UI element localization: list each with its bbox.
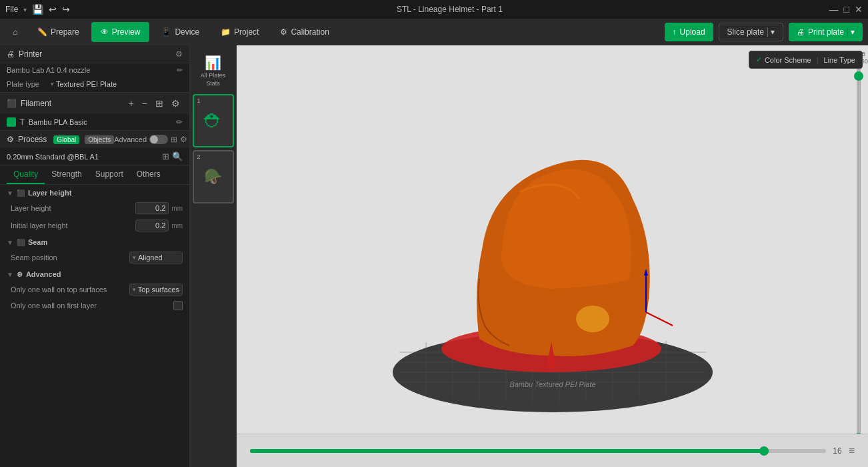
layer-count: 16 [833,446,841,456]
printer-label: Printer [19,49,42,59]
project-tab[interactable]: 📁 Project [211,22,268,42]
redo-icon[interactable]: ↪ [62,4,70,15]
close-button[interactable]: ✕ [855,4,863,15]
progress-fill [250,449,769,453]
thumbnail-2[interactable]: 2 🪖 [193,150,234,203]
one-wall-first-checkbox[interactable] [173,301,183,310]
nav-right: ↑ Upload Slice plate ▾ 🖨 Print plate ▾ [665,23,863,41]
minimize-button[interactable]: — [829,4,839,15]
slider-handle-top[interactable] [854,71,863,81]
tab-strength[interactable]: Strength [45,165,88,184]
print-button[interactable]: 🖨 Print plate ▾ [789,23,863,41]
advanced-label: Advanced [114,135,147,143]
filament-gear-icon[interactable]: ⚙ [169,97,183,110]
filament-header: ⬛ Filament + − ⊞ ⚙ [0,93,189,114]
plate-type-row: Plate type ▾ Textured PEI Plate [0,77,189,93]
project-icon: 📁 [221,27,231,37]
layer-slider: 1018 203.60 1 0.20 [849,45,868,467]
navbar: ⌂ ✏️ Prepare 👁 Preview 📱 Device 📁 Projec… [0,19,868,45]
layer-height-unit: mm [171,205,183,212]
layer-height-icon: ⬛ [17,189,25,197]
quality-tabs: Quality Strength Support Others [0,165,189,185]
viewport: ✓ Color Scheme | Line Type [237,45,868,467]
one-wall-top-row: Only one wall on top surfaces ▾ Top surf… [0,281,189,298]
filament-edit-icon[interactable]: ✏ [176,117,183,127]
plate-type-text: Textured PEI Plate [56,80,117,88]
maximize-button[interactable]: □ [844,4,849,15]
layers-icon[interactable]: ≡ [849,445,855,457]
dropdown-icon: ▾ [23,6,27,13]
slice-dropdown-icon[interactable]: ▾ [767,27,775,37]
calibration-tab[interactable]: ⚙ Calibration [271,22,338,42]
plate-type-value[interactable]: ▾ Textured PEI Plate [51,80,117,88]
file-menu[interactable]: File [5,5,18,14]
filament-color-swatch[interactable] [7,117,16,127]
profile-search-icon[interactable]: 🔍 [172,151,183,161]
checkmark-icon: ✓ [756,55,762,64]
home-button[interactable]: ⌂ [5,22,25,42]
process-settings-icon[interactable]: ⚙ [180,135,187,144]
layer-height-input[interactable] [135,202,169,214]
filament-label: Filament [21,99,51,108]
global-tag[interactable]: Global [53,135,79,144]
progress-handle[interactable] [759,446,769,456]
advanced-group-label: Advanced [26,270,61,278]
seam-position-label: Seam position [11,254,129,262]
tab-quality[interactable]: Quality [7,165,45,184]
printer-name: Bambu Lab A1 0.4 nozzle [7,66,90,74]
seam-position-dropdown-icon: ▾ [133,254,136,261]
process-copy-icon[interactable]: ⊞ [171,135,177,144]
seam-collapse-icon[interactable]: ▼ [7,239,13,246]
tab-others[interactable]: Others [130,165,167,184]
print-dropdown-icon[interactable]: ▾ [847,27,855,37]
seam-position-value: Aligned [138,254,163,262]
tab-support[interactable]: Support [89,165,130,184]
preview-tab[interactable]: 👁 Preview [91,22,150,42]
line-type-option[interactable]: Line Type [823,56,855,64]
layer-height-label: Layer height [11,204,135,212]
initial-layer-height-row: Initial layer height mm [0,217,189,234]
helmet-accent [576,306,609,332]
prepare-tab[interactable]: ✏️ Prepare [28,22,89,42]
slider-track[interactable] [857,68,861,446]
printer-icon: 🖨 [7,49,15,59]
seam-group-header: ▼ ⬛ Seam [0,234,189,249]
seam-position-select[interactable]: ▾ Aligned [129,252,183,264]
layer-progress-bar[interactable] [250,449,826,453]
initial-layer-unit: mm [171,222,183,229]
all-plates-stats-button[interactable]: 📊 All PlatesStats [197,51,230,91]
seam-group-label: Seam [28,238,47,246]
thumbnail-1[interactable]: 1 ⛑ [193,94,234,147]
x-axis [646,312,673,326]
plate-type-label: Plate type [7,80,47,88]
printer-edit-icon[interactable]: ✏ [177,66,183,75]
layer-height-group-label: Layer height [28,189,71,197]
process-icon: ⚙ [7,135,14,144]
stats-icon: 📊 [205,55,221,71]
filament-index: T [20,118,25,126]
device-tab[interactable]: 📱 Device [152,22,209,42]
slice-button[interactable]: Slice plate ▾ [719,23,783,41]
filament-remove-button[interactable]: − [139,97,150,110]
profile-row: 0.20mm Standard @BBL A1 ⊞ 🔍 [0,148,189,165]
objects-tag[interactable]: Objects [85,135,114,144]
thumb-number-1: 1 [197,97,201,104]
upload-button[interactable]: ↑ Upload [665,23,713,41]
printer-settings-icon[interactable]: ⚙ [175,49,183,59]
save-icon[interactable]: 💾 [32,4,43,15]
color-scheme-option[interactable]: ✓ Color Scheme [756,55,811,64]
advanced-toggle[interactable] [149,135,168,144]
titlebar-controls: — □ ✕ [829,4,863,15]
advanced-collapse-icon[interactable]: ▼ [7,271,13,278]
one-wall-top-select[interactable]: ▾ Top surfaces [129,284,183,296]
one-wall-top-dropdown-icon: ▾ [133,286,136,293]
window-title: STL - Lineage Helmet - Part 1 [70,5,829,14]
profile-copy-icon[interactable]: ⊞ [162,151,169,161]
collapse-icon[interactable]: ▼ [7,189,13,197]
thumb-object-1: ⛑ [204,110,223,132]
filament-add-button[interactable]: + [126,97,137,110]
initial-layer-input[interactable] [135,219,169,231]
undo-icon[interactable]: ↩ [49,4,57,15]
3d-model-svg: Bambu Textured PEI Plate [386,79,719,426]
filament-settings-icon[interactable]: ⊞ [153,97,166,110]
